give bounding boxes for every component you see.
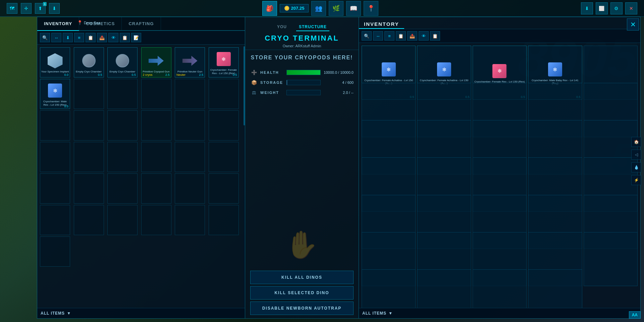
- health-bar-container: [286, 70, 321, 75]
- item-empty-cell: [107, 205, 138, 235]
- settings-icon[interactable]: ⚙: [610, 2, 623, 14]
- left-item-grid: Your Specimen Implant 0.0 Empty Cryo Cha…: [37, 45, 244, 308]
- scrollbar-thumb[interactable]: [244, 46, 245, 125]
- storage-value: 4 / 600: [323, 80, 354, 85]
- side-arrow-icon[interactable]: ◁: [631, 150, 641, 160]
- crosshair-icon[interactable]: ✛: [21, 3, 32, 14]
- folder-button[interactable]: 📋: [86, 33, 96, 42]
- right-filter-label: ALL ITEMS: [362, 311, 386, 316]
- health-value: 10000.0 / 10000.0: [323, 70, 354, 74]
- item-empty-cell: [175, 173, 205, 204]
- item-name-label: Primitive Neuter Gun: [177, 70, 203, 73]
- tab-you[interactable]: YOU: [274, 23, 289, 31]
- right-filter-dropdown[interactable]: ALL ITEMS ▼: [362, 311, 393, 316]
- book-nav-icon[interactable]: 📖: [346, 1, 361, 16]
- chevron-down-icon: ▼: [67, 311, 71, 316]
- item-empty-cell: [107, 173, 138, 204]
- item-empty-cell: [40, 205, 70, 235]
- storage-label: STORAGE: [260, 80, 284, 85]
- item-cryochamber-female-rex[interactable]: Cryochamber: Female Rex - Lvl 150 (Rex) …: [209, 47, 239, 77]
- disable-newborn-autotrap-button[interactable]: DISABLE NEWBORN AUTOTRAP: [250, 302, 354, 315]
- cryochamber-blue-icon: [437, 62, 451, 76]
- stat-row-weight: ⚖ WEIGHT 2.0 / --: [250, 89, 354, 96]
- drop-button[interactable]: ⬇: [63, 33, 73, 42]
- item-empty-cell: [141, 173, 171, 204]
- item-cryochamber-male-rex[interactable]: Cryochamber: Male Rex - Lvl 150 (Rex) 0.…: [40, 79, 70, 109]
- item-empty-cell: [175, 79, 205, 109]
- right-folder-button[interactable]: 📋: [396, 31, 406, 41]
- item-specimen-implant[interactable]: Your Specimen Implant 0.0: [40, 47, 70, 77]
- item-icon-area: [180, 52, 200, 70]
- eye-button[interactable]: 👁: [108, 33, 118, 42]
- store-cryopods-banner: STORE YOUR CRYOPODS HERE!: [245, 50, 359, 65]
- right-toolbar: 🔍 ↔ ≡ 📋 📤 👁 📋: [359, 29, 640, 43]
- sort-button[interactable]: ≡: [74, 33, 84, 42]
- item-count-label: Neuter: [176, 73, 185, 76]
- right-panel-footer: ALL ITEMS ▼: [359, 308, 640, 318]
- download-icon[interactable]: ⬇: [49, 3, 60, 14]
- right-transfer-button[interactable]: ↔: [373, 31, 383, 41]
- scrollbar[interactable]: [244, 45, 245, 308]
- item-icon-area: [489, 62, 509, 80]
- square-icon[interactable]: ⬜: [596, 2, 608, 14]
- health-icon: ➕: [250, 69, 258, 76]
- side-house-icon[interactable]: 🏠: [631, 137, 641, 147]
- item-name-label: Your Specimen Implant: [41, 70, 69, 73]
- right-sort-button[interactable]: ≡: [384, 31, 394, 41]
- close-button[interactable]: ✕: [627, 18, 639, 31]
- kill-all-dinos-button[interactable]: KILL ALL DINOS: [250, 271, 354, 284]
- item-weight-label: 0.5: [131, 73, 136, 76]
- item-empty-cell: [141, 142, 171, 172]
- copy-button[interactable]: 📋: [120, 33, 130, 42]
- item-empty-cell: [107, 110, 138, 141]
- weight-icon: ⚖: [250, 89, 258, 96]
- nature-nav-icon[interactable]: 🌿: [329, 1, 343, 16]
- filter-label: ALL ITEMS: [41, 311, 65, 316]
- tab-crafting[interactable]: CRAFTING: [122, 17, 161, 30]
- upload-icon[interactable]: ⬇: [581, 2, 593, 14]
- top-bar-center-section: 🎒 🪙 207.25 👥 🌿 📖 📍: [262, 1, 379, 16]
- coin-icon: 🪙: [284, 6, 289, 11]
- right-copy-button[interactable]: 📋: [430, 31, 440, 41]
- x-icon[interactable]: ✕: [625, 2, 637, 14]
- main-ui-container: INVENTORY COSMETICS CRAFTING 🔍 ↔ ⬇ ≡ 📋 📤…: [37, 17, 641, 319]
- item-name-label: Primitive Cryopod Gun: [142, 70, 170, 73]
- right-export-button[interactable]: 📤: [407, 31, 417, 41]
- item-empty-cell: [40, 110, 70, 141]
- item-weight-label: 2.5: [199, 73, 203, 76]
- search-button[interactable]: 🔍: [40, 33, 50, 42]
- filter-dropdown[interactable]: ALL ITEMS ▼: [41, 311, 71, 316]
- item-empty-cryo-1[interactable]: Empty Cryo Chamber 0.5: [74, 47, 104, 77]
- structure-owner: Owner: ARKstuff Admin: [250, 44, 354, 48]
- backpack-nav-icon[interactable]: 🎒: [262, 1, 277, 16]
- left-panel-footer: ALL ITEMS ▼: [37, 308, 245, 318]
- tribe-nav-icon[interactable]: 👥: [311, 1, 326, 16]
- item-neuter-gun[interactable]: Primitive Neuter Gun Neuter 2.5: [175, 47, 205, 77]
- inventory-count-icon[interactable]: ⬆ 1: [35, 3, 46, 14]
- kill-selected-dino-button[interactable]: KILL SELECTED DINO: [250, 286, 354, 300]
- list-button[interactable]: 📝: [131, 33, 141, 42]
- inventory-icon: ⬆: [38, 6, 42, 11]
- item-empty-cell: [74, 173, 104, 204]
- right-panel-title: INVENTORY: [359, 17, 404, 29]
- weight-value: 2.0 / --: [323, 91, 354, 95]
- map-icon[interactable]: 🗺: [7, 3, 17, 14]
- export-button[interactable]: 📤: [97, 33, 107, 42]
- side-droplet-icon: 💧: [631, 162, 641, 172]
- right-search-button[interactable]: 🔍: [362, 31, 372, 41]
- right-eye-button[interactable]: 👁: [419, 31, 429, 41]
- tab-inventory[interactable]: INVENTORY: [37, 17, 79, 31]
- item-cryopod-gun[interactable]: Primitive Cryopod Gun 2 cryos 2.5: [141, 47, 171, 77]
- tab-structure[interactable]: STRUCTURE: [296, 23, 329, 31]
- right-empty-cell: [528, 269, 582, 308]
- side-mini-icons: 🏠 ◁ 💧 ⚡: [631, 137, 641, 185]
- item-empty-cell: [175, 142, 205, 172]
- right-item-grid: Cryochamber: Female Achatina - Lvl 150 (…: [359, 43, 640, 308]
- map-nav-icon[interactable]: 📍: [364, 1, 378, 16]
- item-weight-label: 0.5: [98, 73, 102, 76]
- item-empty-cryo-2[interactable]: Empty Cryo Chamber 0.5: [107, 47, 138, 77]
- right-empty-cell: [362, 269, 416, 308]
- item-empty-cell: [107, 79, 138, 109]
- cryo-empty-icon: [116, 54, 129, 67]
- transfer-button[interactable]: ↔: [51, 33, 61, 42]
